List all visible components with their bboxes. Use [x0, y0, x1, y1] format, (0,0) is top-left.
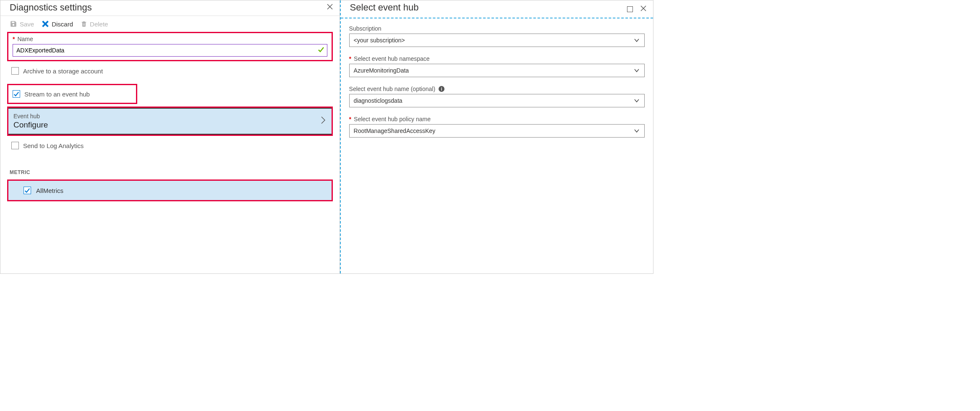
chevron-down-icon	[633, 67, 640, 74]
info-icon[interactable]: i	[439, 86, 444, 92]
metric-highlight: AllMetrics	[7, 179, 333, 201]
name-field-highlight: * Name	[7, 32, 333, 61]
event-hub-big-label: Configure	[13, 120, 327, 130]
select-event-hub-panel: Select event hub Subscription <your subs…	[340, 0, 653, 273]
required-star: *	[349, 116, 351, 122]
save-button[interactable]: Save	[10, 20, 34, 28]
stream-label: Stream to an event hub	[24, 91, 90, 98]
chevron-down-icon	[633, 37, 640, 44]
close-icon[interactable]	[325, 2, 335, 13]
archive-checkbox-row[interactable]: Archive to a storage account	[7, 64, 333, 78]
archive-label: Archive to a storage account	[23, 68, 103, 75]
subscription-value: <your subscription>	[354, 37, 405, 44]
stream-checkbox-row[interactable]: Stream to an event hub	[13, 90, 132, 98]
namespace-value: AzureMonitoringData	[354, 67, 409, 74]
log-analytics-checkbox[interactable]	[11, 142, 19, 149]
discard-label: Discard	[52, 21, 73, 28]
all-metrics-checkbox[interactable]	[24, 187, 31, 194]
policy-select[interactable]: RootManageSharedAccessKey	[349, 124, 645, 138]
required-star: *	[349, 55, 351, 62]
left-title: Diagnostics settings	[10, 2, 92, 13]
name-label: * Name	[13, 36, 327, 42]
hubname-label: Select event hub name (optional) i	[349, 86, 645, 92]
valid-check-icon	[318, 46, 324, 55]
toolbar: Save Discard Delete	[0, 16, 340, 32]
namespace-select[interactable]: AzureMonitoringData	[349, 64, 645, 77]
event-hub-configure[interactable]: Event hub Configure	[8, 108, 332, 135]
discard-button[interactable]: Discard	[42, 20, 73, 28]
namespace-field: * Select event hub namespace AzureMonito…	[349, 55, 645, 77]
chevron-down-icon	[633, 97, 640, 104]
hubname-value: diagnosticlogsdata	[354, 97, 402, 104]
name-input-wrap[interactable]	[13, 44, 327, 57]
delete-icon	[81, 20, 87, 28]
save-label: Save	[20, 21, 34, 28]
close-icon[interactable]	[639, 4, 648, 14]
metric-heading: METRIC	[10, 169, 333, 175]
left-header: Diagnostics settings	[0, 0, 340, 16]
subscription-label: Subscription	[349, 25, 645, 32]
delete-button[interactable]: Delete	[81, 20, 108, 28]
stream-highlight: Stream to an event hub	[7, 84, 137, 104]
policy-label: * Select event hub policy name	[349, 116, 645, 122]
event-hub-small-label: Event hub	[13, 113, 327, 120]
save-icon	[10, 20, 17, 28]
log-analytics-row[interactable]: Send to Log Analytics	[7, 138, 333, 153]
policy-field: * Select event hub policy name RootManag…	[349, 116, 645, 138]
name-input[interactable]	[16, 47, 314, 54]
stream-checkbox[interactable]	[13, 90, 20, 98]
chevron-right-icon	[321, 116, 326, 127]
diagnostics-panel: Diagnostics settings Save Discard Delete	[0, 0, 340, 273]
log-analytics-label: Send to Log Analytics	[23, 142, 84, 149]
hubname-select[interactable]: diagnosticlogsdata	[349, 94, 645, 107]
restore-icon[interactable]	[627, 6, 633, 12]
subscription-field: Subscription <your subscription>	[349, 25, 645, 47]
subscription-select[interactable]: <your subscription>	[349, 34, 645, 47]
namespace-label: * Select event hub namespace	[349, 55, 645, 62]
policy-value: RootManageSharedAccessKey	[354, 127, 436, 134]
all-metrics-row[interactable]: AllMetrics	[8, 181, 332, 200]
right-title: Select event hub	[350, 2, 419, 13]
delete-label: Delete	[90, 21, 108, 28]
required-star: *	[13, 36, 15, 42]
chevron-down-icon	[633, 127, 640, 134]
discard-icon	[42, 20, 49, 28]
hubname-field: Select event hub name (optional) i diagn…	[349, 86, 645, 107]
all-metrics-label: AllMetrics	[36, 187, 63, 194]
event-hub-highlight: Event hub Configure	[7, 107, 333, 136]
right-header: Select event hub	[341, 0, 653, 18]
archive-checkbox[interactable]	[11, 67, 19, 75]
